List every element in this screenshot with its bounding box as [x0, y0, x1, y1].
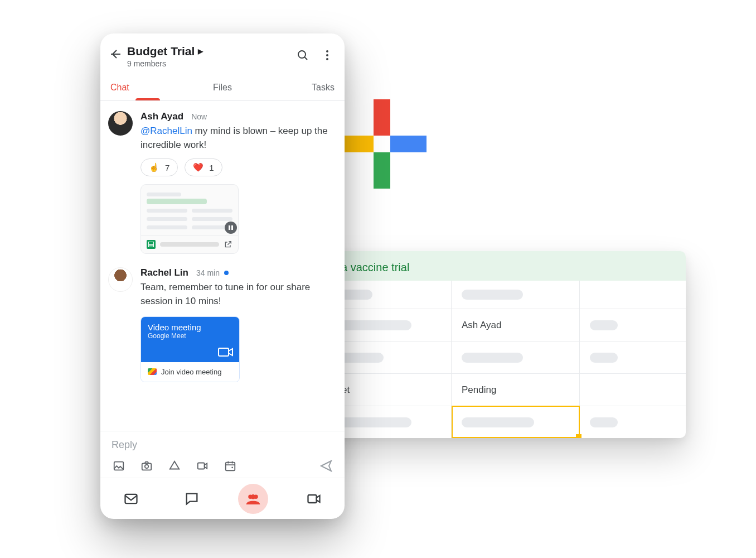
meet-card-title: Video meeting	[148, 323, 232, 332]
svg-rect-6	[219, 348, 229, 356]
nav-meet[interactable]	[299, 484, 329, 514]
logo-arm-green	[374, 152, 390, 189]
svg-rect-13	[125, 494, 137, 503]
composer: Reply	[100, 431, 345, 478]
calendar-icon	[224, 460, 236, 472]
camera-button[interactable]	[139, 459, 154, 473]
send-button[interactable]	[319, 459, 333, 473]
attachment-name-placeholder	[160, 242, 219, 247]
table-row	[290, 406, 686, 438]
message-author: Ash Ayad	[140, 111, 183, 122]
svg-point-16	[251, 494, 256, 499]
google-sheets-icon	[147, 240, 156, 249]
svg-rect-10	[198, 463, 205, 469]
reaction-count: 1	[209, 163, 214, 172]
meet-card-subtitle: Google Meet	[148, 332, 232, 340]
arrow-left-icon	[109, 47, 122, 61]
space-title: Budget Trial	[127, 45, 195, 58]
svg-point-9	[145, 465, 148, 468]
tabs: Chat Files Tasks	[100, 77, 345, 101]
nav-mail[interactable]	[116, 484, 146, 514]
video-attach-button[interactable]	[195, 459, 210, 473]
message: Rachel Lin 34 min Team, remember to tune…	[108, 267, 333, 382]
reply-input[interactable]: Reply	[112, 439, 333, 451]
tab-files[interactable]: Files	[185, 77, 260, 100]
tab-tasks[interactable]: Tasks	[260, 77, 335, 100]
svg-rect-4	[229, 225, 230, 230]
svg-point-1	[326, 50, 328, 52]
sheets-attachment[interactable]	[140, 184, 239, 254]
video-icon	[196, 460, 209, 472]
avatar[interactable]	[108, 267, 133, 292]
google-plus-logo	[337, 99, 427, 189]
video-camera-icon	[218, 347, 234, 358]
video-icon	[306, 491, 322, 507]
chat-bubble-icon	[184, 491, 200, 507]
send-icon	[319, 459, 333, 473]
meet-card[interactable]: Video meeting Google Meet Join video mee…	[140, 316, 240, 382]
attachment-thumbnail	[141, 185, 238, 235]
google-meet-icon	[148, 368, 157, 375]
message-author: Rachel Lin	[140, 267, 188, 278]
cell-ash-ayad[interactable]: Ash Ayad	[452, 309, 580, 341]
message-thread[interactable]: Ash Ayad Now @RachelLin my mind is blown…	[100, 101, 345, 431]
drive-button[interactable]	[167, 459, 182, 473]
phone-mock: Budget Trial ▶ 9 members Chat Files Task…	[100, 33, 345, 519]
search-button[interactable]	[295, 48, 310, 62]
reaction-chip[interactable]: ☝️ 7	[140, 158, 178, 176]
spreadsheet-preview: Influenza vaccine trial Ash Ayad Trial b…	[290, 251, 686, 438]
spreadsheet-grid[interactable]: Ash Ayad Trial budget Pending	[290, 281, 686, 438]
calendar-button[interactable]	[223, 459, 238, 473]
reaction-emoji: ☝️	[149, 162, 159, 172]
cell-pending[interactable]: Pending	[452, 374, 580, 406]
message-time: 34 min	[196, 268, 220, 277]
app-bar: Budget Trial ▶ 9 members	[100, 33, 345, 71]
avatar[interactable]	[108, 111, 133, 136]
reaction-emoji: ❤️	[193, 162, 203, 172]
image-icon	[113, 460, 125, 472]
logo-arm-red	[374, 99, 390, 136]
table-row: Trial budget Pending	[290, 373, 686, 406]
table-row	[290, 341, 686, 373]
search-icon	[296, 49, 309, 62]
presence-dot-icon	[224, 271, 229, 275]
svg-point-0	[298, 51, 306, 58]
more-button[interactable]	[320, 48, 335, 62]
reaction-count: 7	[165, 163, 169, 172]
space-subtitle: 9 members	[127, 59, 295, 68]
mail-icon	[123, 491, 139, 507]
camera-icon	[140, 460, 153, 472]
svg-point-2	[326, 54, 328, 56]
open-external-icon	[224, 240, 232, 249]
attach-image-button[interactable]	[112, 459, 126, 473]
nav-spaces[interactable]	[238, 484, 268, 514]
chevron-right-icon: ▶	[198, 47, 203, 55]
svg-rect-17	[308, 495, 317, 503]
reactions: ☝️ 7 ❤️ 1	[140, 158, 333, 176]
bottom-nav	[100, 478, 345, 519]
more-vert-icon	[322, 50, 333, 61]
people-icon	[245, 490, 261, 507]
message-text: @RachelLin my mind is blown – keep up th…	[140, 124, 333, 152]
attachment-badge-icon	[225, 222, 237, 234]
message: Ash Ayad Now @RachelLin my mind is blown…	[108, 111, 333, 254]
svg-point-12	[231, 466, 233, 468]
message-text: Team, remember to tune in for our share …	[140, 281, 333, 308]
drive-icon	[168, 460, 181, 472]
join-meeting-button[interactable]: Join video meeting	[141, 362, 239, 382]
space-title-button[interactable]: Budget Trial ▶	[127, 45, 295, 58]
table-row: Ash Ayad	[290, 309, 686, 341]
mention[interactable]: @RachelLin	[140, 126, 192, 136]
message-time: Now	[191, 112, 207, 121]
reaction-chip[interactable]: ❤️ 1	[185, 158, 222, 176]
open-external-button[interactable]	[224, 240, 232, 249]
svg-rect-5	[231, 225, 233, 230]
tab-chat[interactable]: Chat	[110, 77, 185, 100]
nav-chat[interactable]	[177, 484, 207, 514]
svg-point-3	[326, 58, 328, 60]
back-button[interactable]	[108, 47, 123, 61]
svg-rect-11	[226, 463, 235, 471]
logo-arm-blue	[390, 136, 427, 152]
join-meeting-label: Join video meeting	[161, 368, 221, 376]
spreadsheet-title: Influenza vaccine trial	[290, 251, 686, 281]
